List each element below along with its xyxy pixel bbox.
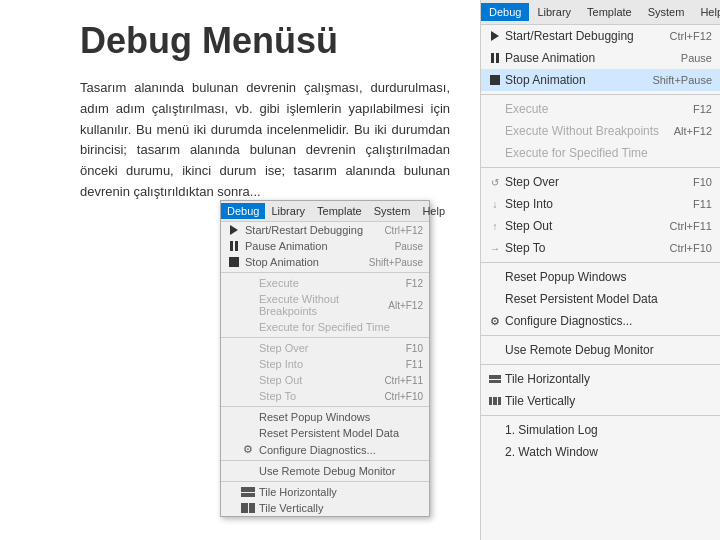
right-stepto-icon: → bbox=[487, 243, 503, 254]
right-sep-1 bbox=[481, 94, 720, 95]
small-menu-tile-v[interactable]: Tile Vertically bbox=[221, 500, 429, 516]
right-sep-6 bbox=[481, 415, 720, 416]
right-menu-start[interactable]: Start/Restart Debugging Ctrl+F12 bbox=[481, 25, 720, 47]
right-menu-tile-h[interactable]: Tile Horizontally bbox=[481, 368, 720, 390]
right-menu-step-to[interactable]: → Step To Ctrl+F10 bbox=[481, 237, 720, 259]
right-menu-stop[interactable]: Stop Animation Shift+Pause bbox=[481, 69, 720, 91]
small-menu-reset-model[interactable]: Reset Persistent Model Data bbox=[221, 425, 429, 441]
tile-h-icon bbox=[241, 487, 255, 497]
play-icon bbox=[227, 225, 241, 235]
right-menu-panel[interactable]: Debug Library Template System Help Start… bbox=[480, 0, 720, 540]
right-menubar-help[interactable]: Help bbox=[692, 3, 720, 21]
right-menubar-library[interactable]: Library bbox=[529, 3, 579, 21]
small-menu-step-into: Step Into F11 bbox=[221, 356, 429, 372]
small-menu-exec-time: Execute for Specified Time bbox=[221, 319, 429, 335]
small-menu-exec-no-bp: Execute Without Breakpoints Alt+F12 bbox=[221, 291, 429, 319]
right-sep-4 bbox=[481, 335, 720, 336]
right-tile-v-icon bbox=[487, 397, 503, 405]
right-menu-watch-window[interactable]: 2. Watch Window bbox=[481, 441, 720, 463]
small-menu-stop[interactable]: Stop Animation Shift+Pause bbox=[221, 254, 429, 270]
small-menu-start[interactable]: Start/Restart Debugging Ctrl+F12 bbox=[221, 222, 429, 238]
right-menu-sim-log[interactable]: 1. Simulation Log bbox=[481, 419, 720, 441]
small-menu-pause[interactable]: Pause Animation Pause bbox=[221, 238, 429, 254]
small-menu-overlay[interactable]: Debug Library Template System Help Start… bbox=[220, 200, 430, 517]
right-menu-remote-debug[interactable]: Use Remote Debug Monitor bbox=[481, 339, 720, 361]
right-pause-icon bbox=[487, 53, 503, 63]
right-menu-tile-v[interactable]: Tile Vertically bbox=[481, 390, 720, 412]
small-menu-step-over: Step Over F10 bbox=[221, 340, 429, 356]
right-gear-icon: ⚙ bbox=[487, 315, 503, 328]
page-title: Debug Menüsü bbox=[80, 20, 450, 62]
right-menu-execute: Execute F12 bbox=[481, 98, 720, 120]
right-stepout-icon: ↑ bbox=[487, 221, 503, 232]
right-menu-reset-model[interactable]: Reset Persistent Model Data bbox=[481, 288, 720, 310]
gear-icon: ⚙ bbox=[241, 443, 255, 456]
small-menubar-library[interactable]: Library bbox=[265, 203, 311, 219]
right-sep-5 bbox=[481, 364, 720, 365]
pause-icon bbox=[227, 241, 241, 251]
small-menu-tile-h[interactable]: Tile Horizontally bbox=[221, 484, 429, 500]
right-tile-h-icon bbox=[487, 375, 503, 383]
right-menu-step-out[interactable]: ↑ Step Out Ctrl+F11 bbox=[481, 215, 720, 237]
right-menubar-debug[interactable]: Debug bbox=[481, 3, 529, 21]
small-sep-3 bbox=[221, 406, 429, 407]
right-stepover-icon: ↺ bbox=[487, 177, 503, 188]
tile-v-icon bbox=[241, 503, 255, 513]
small-menu-step-to: Step To Ctrl+F10 bbox=[221, 388, 429, 404]
small-sep-5 bbox=[221, 481, 429, 482]
right-menu-exec-no-bp: Execute Without Breakpoints Alt+F12 bbox=[481, 120, 720, 142]
small-menubar-help[interactable]: Help bbox=[416, 203, 451, 219]
small-menu-step-out: Step Out Ctrl+F11 bbox=[221, 372, 429, 388]
right-play-icon bbox=[487, 31, 503, 41]
small-menubar-system[interactable]: System bbox=[368, 203, 417, 219]
right-stepinto-icon: ↓ bbox=[487, 199, 503, 210]
small-menu-bar: Debug Library Template System Help bbox=[221, 201, 429, 222]
small-menubar-template[interactable]: Template bbox=[311, 203, 368, 219]
small-menubar-debug[interactable]: Debug bbox=[221, 203, 265, 219]
right-sep-3 bbox=[481, 262, 720, 263]
right-sep-2 bbox=[481, 167, 720, 168]
right-stop-icon bbox=[487, 75, 503, 85]
small-menu-remote-debug[interactable]: Use Remote Debug Monitor bbox=[221, 463, 429, 479]
small-menu-config-diag[interactable]: ⚙ Configure Diagnostics... bbox=[221, 441, 429, 458]
body-text: Tasarım alanında bulunan devrenin çalışm… bbox=[80, 78, 450, 203]
right-menu-bar: Debug Library Template System Help bbox=[481, 0, 720, 25]
right-menu-pause[interactable]: Pause Animation Pause bbox=[481, 47, 720, 69]
right-menu-step-into[interactable]: ↓ Step Into F11 bbox=[481, 193, 720, 215]
small-sep-2 bbox=[221, 337, 429, 338]
right-menu-exec-time: Execute for Specified Time bbox=[481, 142, 720, 164]
small-menu-execute: Execute F12 bbox=[221, 275, 429, 291]
small-sep-1 bbox=[221, 272, 429, 273]
right-menubar-template[interactable]: Template bbox=[579, 3, 640, 21]
right-menu-step-over[interactable]: ↺ Step Over F10 bbox=[481, 171, 720, 193]
right-menu-reset-popup[interactable]: Reset Popup Windows bbox=[481, 266, 720, 288]
right-menubar-system[interactable]: System bbox=[640, 3, 693, 21]
small-menu-reset-popup[interactable]: Reset Popup Windows bbox=[221, 409, 429, 425]
right-menu-config-diag[interactable]: ⚙ Configure Diagnostics... bbox=[481, 310, 720, 332]
stop-icon bbox=[227, 257, 241, 267]
small-sep-4 bbox=[221, 460, 429, 461]
